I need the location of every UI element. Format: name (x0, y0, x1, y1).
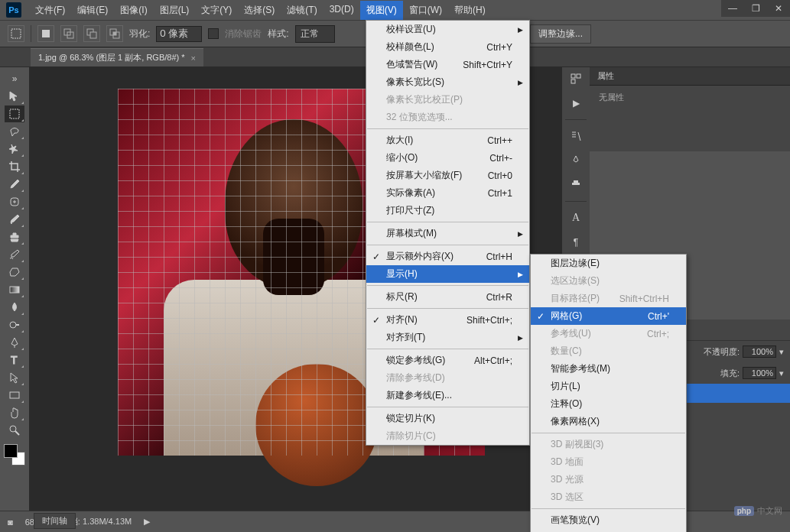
menu-item[interactable]: 注释(O) (531, 395, 686, 413)
menu-item[interactable]: 锁定参考线(G)Alt+Ctrl+; (366, 352, 529, 369)
foreground-color-swatch[interactable] (4, 444, 18, 458)
style-select[interactable]: 正常 (295, 25, 335, 43)
menu-item[interactable]: 像素长宽比(S)▶ (366, 73, 529, 91)
menu-item[interactable]: 切片(L) (531, 378, 686, 395)
menu-item[interactable]: 打印尺寸(Z) (366, 202, 529, 219)
menu-item[interactable]: 智能参考线(M) (531, 360, 686, 378)
gradient-tool[interactable] (5, 281, 24, 298)
crop-tool[interactable] (5, 158, 24, 175)
view-menu-dropdown: 校样设置(U)▶校样颜色(L)Ctrl+Y色域警告(W)Shift+Ctrl+Y… (366, 20, 530, 446)
menu-item[interactable]: 放大(I)Ctrl++ (366, 131, 529, 149)
selection-intersect-icon[interactable] (106, 25, 123, 42)
feather-label: 羽化: (129, 28, 150, 41)
type-tool[interactable]: T (5, 352, 24, 368)
marquee-preset-icon[interactable] (8, 25, 24, 42)
menu-item[interactable]: 网格(H) (531, 529, 686, 532)
marquee-tool[interactable] (5, 105, 24, 122)
menu-item[interactable]: 新建参考线(E)... (366, 387, 529, 404)
menu-滤镜[interactable]: 滤镜(T) (281, 1, 323, 20)
zoom-tool[interactable] (5, 422, 24, 439)
blur-tool[interactable] (5, 299, 24, 316)
menu-图层[interactable]: 图层(L) (154, 1, 196, 20)
brush-tool[interactable] (5, 211, 24, 228)
quickmask-icon[interactable]: ◙ (8, 517, 13, 527)
menu-视图[interactable]: 视图(V) (360, 1, 403, 20)
menu-编辑[interactable]: 编辑(E) (71, 1, 114, 20)
properties-panel-tab[interactable]: 属性 (590, 67, 790, 86)
menu-item[interactable]: 缩小(O)Ctrl+- (366, 149, 529, 167)
opacity-input[interactable]: 100% (743, 345, 776, 358)
selection-new-icon[interactable] (37, 25, 54, 42)
dodge-tool[interactable] (5, 316, 24, 333)
healing-brush-tool[interactable] (5, 193, 24, 210)
rectangle-tool[interactable] (5, 387, 24, 404)
menu-item[interactable]: 显示(H)▶ (366, 265, 529, 283)
close-button[interactable]: ✕ (767, 0, 790, 17)
menu-item: 32 位预览选项... (366, 109, 529, 126)
menu-bar: Ps 文件(F)编辑(E)图像(I)图层(L)文字(Y)选择(S)滤镜(T)3D… (0, 0, 790, 20)
fill-input[interactable]: 100% (743, 367, 776, 379)
menu-文件[interactable]: 文件(F) (29, 1, 71, 20)
path-selection-tool[interactable] (5, 369, 24, 386)
menu-item[interactable]: 按屏幕大小缩放(F)Ctrl+0 (366, 167, 529, 184)
restore-button[interactable]: ❐ (744, 0, 767, 17)
menu-帮助[interactable]: 帮助(H) (448, 1, 492, 20)
brushes-panel-icon[interactable] (567, 128, 584, 144)
lasso-tool[interactable] (5, 123, 24, 140)
eraser-tool[interactable] (5, 264, 24, 281)
menu-item[interactable]: 校样颜色(L)Ctrl+Y (366, 38, 529, 56)
menu-item[interactable]: 校样设置(U)▶ (366, 21, 529, 38)
menu-item[interactable]: 色域警告(W)Shift+Ctrl+Y (366, 56, 529, 73)
menu-item[interactable]: 屏幕模式(M)▶ (366, 225, 529, 242)
doc-info-arrow-icon[interactable]: ▶ (144, 517, 150, 527)
actions-panel-icon[interactable]: ▶ (567, 95, 584, 112)
refine-edge-button[interactable]: 调整边缘... (530, 24, 591, 44)
svg-rect-9 (10, 109, 19, 118)
svg-rect-11 (10, 287, 19, 293)
feather-input[interactable] (156, 26, 202, 42)
paragraph-panel-icon[interactable]: ¶ (567, 234, 584, 251)
menu-item[interactable]: ✓显示额外内容(X)Ctrl+H (366, 248, 529, 265)
menu-item[interactable]: ✓对齐(N)Shift+Ctrl+; (366, 311, 529, 329)
color-swatches[interactable] (4, 444, 25, 466)
menu-item[interactable]: 标尺(R)Ctrl+R (366, 288, 529, 306)
menu-item[interactable]: 画笔预览(V) (531, 511, 686, 529)
close-tab-icon[interactable]: × (191, 54, 196, 63)
menu-item[interactable]: 像素网格(X) (531, 413, 686, 430)
menu-item: 3D 副视图(3) (531, 436, 686, 453)
document-tab[interactable]: 1.jpg @ 68.3% (图层 1 副本, RGB/8#) * × (31, 48, 203, 66)
menu-窗口[interactable]: 窗口(W) (403, 1, 448, 20)
menu-item[interactable]: 锁定切片(K) (366, 410, 529, 427)
eyedropper-tool[interactable] (5, 176, 24, 193)
quick-selection-tool[interactable] (5, 141, 24, 157)
brush-presets-icon[interactable] (567, 152, 584, 169)
menu-图像[interactable]: 图像(I) (114, 1, 153, 20)
minimize-button[interactable]: — (721, 0, 744, 17)
menu-3d[interactable]: 3D(D) (323, 1, 360, 20)
menu-选择[interactable]: 选择(S) (238, 1, 281, 20)
clone-stamp-tool[interactable] (5, 229, 24, 245)
timeline-tab[interactable]: 时间轴 (34, 513, 76, 529)
menu-item: 数量(C) (531, 342, 686, 360)
svg-point-15 (10, 426, 16, 432)
chevron-down-icon[interactable]: ▾ (779, 347, 784, 357)
hand-tool[interactable] (5, 404, 24, 421)
menu-item[interactable]: 图层边缘(E) (531, 255, 686, 272)
character-panel-icon[interactable]: A (567, 209, 584, 226)
menu-文字[interactable]: 文字(Y) (195, 1, 238, 20)
window-controls: — ❐ ✕ (721, 0, 790, 17)
menu-item[interactable]: 实际像素(A)Ctrl+1 (366, 184, 529, 202)
selection-add-icon[interactable] (60, 25, 77, 42)
chevron-down-icon[interactable]: ▾ (779, 368, 784, 378)
pen-tool[interactable] (5, 334, 24, 351)
history-brush-tool[interactable] (5, 246, 24, 263)
watermark: php 中文网 (734, 505, 782, 517)
svg-rect-17 (577, 74, 580, 78)
menu-item[interactable]: ✓网格(G)Ctrl+' (531, 307, 686, 325)
panel-collapse-icon[interactable]: » (5, 70, 24, 87)
menu-item[interactable]: 对齐到(T)▶ (366, 329, 529, 346)
selection-subtract-icon[interactable] (83, 25, 100, 42)
clone-source-icon[interactable] (567, 177, 584, 193)
history-panel-icon[interactable] (567, 70, 584, 87)
move-tool[interactable] (5, 88, 24, 105)
